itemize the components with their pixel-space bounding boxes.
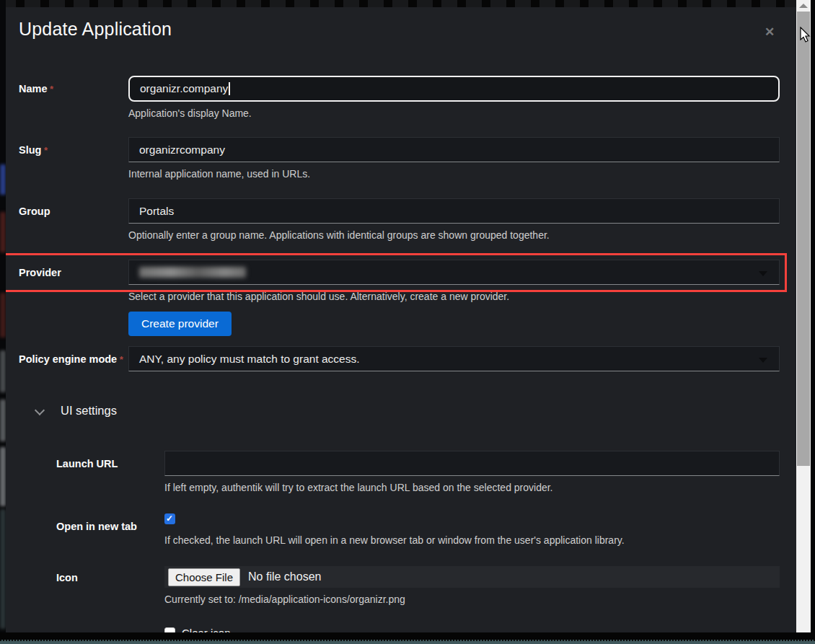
text-caret: [229, 82, 230, 95]
policy-engine-mode-select[interactable]: ANY, any policy must match to grant acce…: [128, 346, 780, 371]
slug-label: Slug: [19, 144, 48, 156]
launch-url-help: If left empty, authentik will try to ext…: [164, 481, 780, 494]
open-in-new-tab-row: Open in new tab If checked, the launch U…: [19, 513, 780, 547]
provider-field-row: Provider Select a provider that this app…: [19, 260, 780, 336]
policy-engine-mode-row: Policy engine mode ANY, any policy must …: [19, 346, 780, 371]
create-provider-button[interactable]: Create provider: [128, 312, 232, 336]
provider-label: Provider: [19, 267, 61, 278]
backdrop-top-strip: [0, 0, 815, 7]
backdrop-blob: [0, 350, 6, 392]
scroll-up-icon[interactable]: [796, 0, 811, 12]
icon-field-row: Icon Choose File No file chosen Currentl…: [19, 566, 780, 606]
backdrop-blob: [0, 212, 6, 252]
ui-settings-title: UI settings: [61, 404, 117, 418]
group-help: Optionally enter a group name. Applicati…: [128, 229, 780, 242]
backdrop-right-strip: [811, 0, 815, 640]
group-input[interactable]: Portals: [128, 198, 780, 224]
scrollbar-thumb[interactable]: [797, 12, 810, 466]
backdrop-blob: [0, 447, 6, 506]
slug-help: Internal application name, used in URLs.: [128, 167, 780, 180]
backdrop-blob: [0, 400, 6, 441]
update-application-modal: Update Application ✕ Name organizr.compa…: [6, 7, 796, 633]
name-input[interactable]: organizr.company: [128, 76, 780, 102]
backdrop-left-strip: [0, 0, 6, 644]
provider-redacted-value: [139, 267, 246, 278]
icon-label: Icon: [56, 572, 78, 583]
group-field-row: Group Portals Optionally enter a group n…: [19, 198, 780, 242]
chevron-down-icon: [36, 405, 45, 414]
icon-help: Currently set to: /media/application-ico…: [164, 593, 780, 606]
close-icon[interactable]: ✕: [760, 23, 779, 42]
name-input-value: organizr.company: [140, 82, 228, 95]
provider-help: Select a provider that this application …: [128, 290, 780, 303]
name-label: Name: [19, 83, 53, 94]
file-status-text: No file chosen: [248, 570, 321, 583]
policy-engine-mode-label: Policy engine mode: [19, 353, 123, 365]
launch-url-label: Launch URL: [56, 458, 118, 469]
group-input-value: Portals: [139, 205, 174, 218]
caret-down-icon: [759, 271, 767, 276]
slug-field-row: Slug organizrcompany Internal applicatio…: [19, 137, 780, 180]
slug-input-value: organizrcompany: [139, 144, 225, 156]
backdrop-bottom-strip: [0, 640, 815, 644]
icon-file-input[interactable]: Choose File No file chosen: [164, 566, 780, 588]
launch-url-input[interactable]: [164, 451, 780, 476]
provider-select[interactable]: [128, 260, 780, 285]
name-field-row: Name organizr.company Application's disp…: [19, 76, 780, 120]
name-help: Application's display Name.: [128, 107, 780, 120]
open-in-new-tab-checkbox[interactable]: [164, 513, 175, 524]
backdrop-bottom-gap: [0, 632, 815, 640]
slug-input[interactable]: organizrcompany: [128, 137, 780, 162]
vertical-scrollbar[interactable]: [796, 0, 811, 644]
open-in-new-tab-label: Open in new tab: [56, 521, 137, 532]
backdrop-blob: [0, 293, 6, 338]
launch-url-row: Launch URL If left empty, authentik will…: [19, 451, 780, 494]
open-in-new-tab-help: If checked, the launch URL will open in …: [164, 534, 780, 547]
backdrop-blob: [0, 164, 6, 195]
choose-file-button[interactable]: Choose File: [168, 568, 240, 586]
ui-settings-expander[interactable]: UI settings: [36, 404, 117, 418]
page-title: Update Application: [19, 19, 172, 40]
backdrop-blob: [0, 509, 6, 629]
policy-engine-mode-value: ANY, any policy must match to grant acce…: [139, 353, 360, 366]
caret-down-icon: [759, 358, 767, 363]
group-label: Group: [19, 206, 50, 217]
